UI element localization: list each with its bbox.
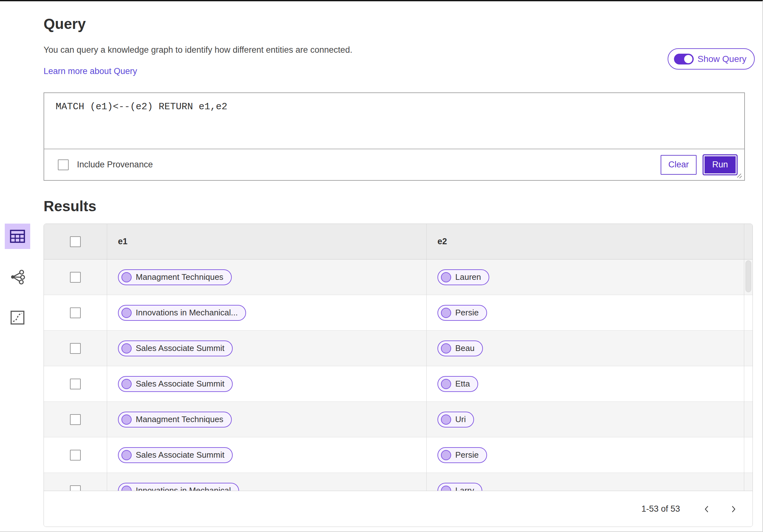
entity-label: Persie [455, 308, 479, 317]
entity-node-icon [441, 272, 451, 282]
entity-node-icon [121, 272, 132, 282]
table-view-icon [10, 229, 25, 243]
cell-e2: Beau [426, 331, 752, 366]
entity-label: Uri [455, 414, 466, 424]
entity-pill[interactable]: Etta [437, 376, 478, 392]
cell-e1: Innovations in Mechanical [107, 473, 426, 491]
entity-pill[interactable]: Managment Techniques [118, 412, 232, 427]
learn-more-link[interactable]: Learn more about Query [44, 66, 137, 76]
cell-e1: Sales Associate Summit [107, 366, 426, 401]
include-provenance-checkbox[interactable] [58, 159, 69, 170]
graph-view-icon [9, 269, 26, 285]
entity-pill[interactable]: Lauren [437, 269, 489, 285]
table-row: Innovations in Mechanical Larry [44, 473, 752, 491]
cell-e1: Managment Techniques [107, 402, 426, 437]
cell-e2: Persie [426, 437, 752, 473]
cell-e2: Lauren [426, 259, 752, 295]
table-pagination-bar: 1-53 of 53 [44, 491, 752, 527]
resize-handle-icon[interactable] [734, 171, 742, 179]
previous-page-button[interactable] [700, 502, 714, 516]
chevron-right-icon [729, 505, 738, 514]
entity-label: Larry [455, 486, 474, 491]
entity-label: Managment Techniques [136, 272, 224, 282]
row-checkbox[interactable] [70, 450, 81, 461]
query-input[interactable]: MATCH (e1)<--(e2) RETURN e1,e2 [44, 93, 744, 149]
table-row: Sales Associate Summit Beau [44, 331, 752, 366]
row-checkbox[interactable] [70, 272, 81, 283]
entity-pill[interactable]: Innovations in Mechanical... [118, 305, 246, 321]
entity-pill[interactable]: Managment Techniques [118, 269, 232, 285]
table-row: Sales Associate Summit Etta [44, 366, 752, 402]
entity-label: Sales Associate Summit [136, 450, 224, 460]
entity-pill[interactable]: Beau [437, 340, 483, 356]
column-header-e1: e1 [118, 237, 128, 246]
select-all-checkbox[interactable] [70, 236, 81, 247]
row-checkbox[interactable] [70, 308, 81, 318]
entity-node-icon [121, 414, 132, 425]
entity-node-icon [121, 308, 132, 318]
row-checkbox[interactable] [70, 485, 81, 491]
entity-node-icon [441, 450, 451, 460]
column-header-e2: e2 [437, 237, 447, 246]
include-provenance-label: Include Provenance [77, 160, 153, 170]
query-panel: MATCH (e1)<--(e2) RETURN e1,e2 Include P… [44, 92, 745, 181]
table-row: Managment Techniques Uri [44, 402, 752, 437]
query-page: Query You can query a knowledge graph to… [0, 0, 763, 532]
row-checkbox[interactable] [70, 379, 81, 390]
next-page-button[interactable] [726, 502, 740, 516]
row-checkbox-cell [44, 450, 107, 461]
entity-node-icon [441, 486, 451, 491]
entity-pill[interactable]: Larry [437, 483, 482, 491]
entity-node-icon [441, 414, 451, 425]
entity-pill[interactable]: Sales Associate Summit [118, 376, 233, 392]
table-row: Innovations in Mechanical... Persie [44, 295, 752, 331]
entity-node-icon [441, 308, 451, 318]
row-checkbox-cell [44, 343, 107, 354]
entity-node-icon [121, 450, 132, 460]
query-description: You can query a knowledge graph to ident… [44, 45, 352, 55]
entity-node-icon [121, 379, 132, 389]
chart-view-icon [10, 310, 25, 325]
table-view-tab[interactable] [5, 223, 30, 249]
header-cell-e1: e1 [107, 224, 426, 259]
entity-label: Managment Techniques [136, 414, 224, 424]
entity-pill[interactable]: Innovations in Mechanical [118, 483, 239, 491]
cell-e1: Managment Techniques [107, 259, 426, 295]
header-checkbox-cell [44, 236, 107, 247]
entity-node-icon [441, 343, 451, 353]
row-checkbox-cell [44, 414, 107, 425]
toggle-on-icon[interactable] [674, 54, 694, 64]
entity-pill[interactable]: Uri [437, 412, 474, 427]
graph-view-tab[interactable] [5, 264, 30, 290]
row-checkbox-cell [44, 485, 107, 491]
cell-e2: Persie [426, 295, 752, 330]
entity-label: Lauren [455, 272, 481, 282]
entity-label: Sales Associate Summit [136, 343, 224, 353]
entity-pill[interactable]: Sales Associate Summit [118, 340, 233, 356]
cell-e1: Sales Associate Summit [107, 331, 426, 366]
show-query-toggle-button[interactable]: Show Query [668, 48, 755, 69]
entity-label: Etta [455, 379, 470, 389]
entity-pill[interactable]: Sales Associate Summit [118, 447, 233, 463]
chevron-left-icon [702, 505, 711, 514]
entity-label: Innovations in Mechanical... [136, 308, 238, 317]
entity-node-icon [441, 379, 451, 389]
row-checkbox-cell [44, 272, 107, 283]
results-view-switcher [0, 223, 38, 330]
entity-pill[interactable]: Persie [437, 447, 487, 463]
cell-e2: Etta [426, 366, 752, 401]
row-checkbox-cell [44, 308, 107, 318]
entity-pill[interactable]: Persie [437, 305, 487, 321]
row-checkbox[interactable] [70, 343, 81, 354]
chart-view-tab[interactable] [5, 305, 30, 330]
table-scrollbar-thumb[interactable] [745, 260, 751, 292]
cell-e2: Larry [426, 473, 752, 491]
run-button[interactable]: Run [704, 155, 737, 174]
cell-e1: Innovations in Mechanical... [107, 295, 426, 330]
entity-label: Persie [455, 450, 479, 460]
table-row: Managment Techniques Lauren [44, 259, 752, 295]
row-checkbox[interactable] [70, 414, 81, 425]
results-section-title: Results [44, 198, 96, 215]
clear-button[interactable]: Clear [661, 155, 697, 175]
toggle-knob [684, 55, 693, 63]
